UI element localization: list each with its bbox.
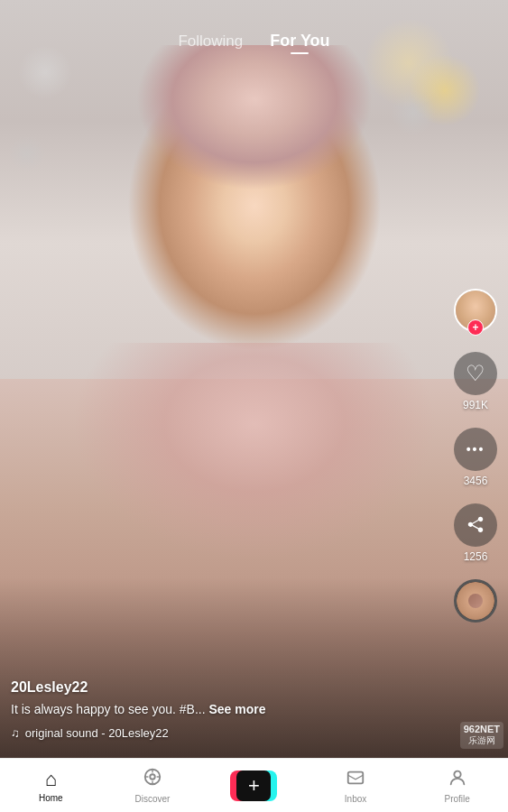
see-more-button[interactable]: See more xyxy=(208,702,265,716)
discover-label: Discover xyxy=(134,794,170,804)
like-button[interactable]: ♡ xyxy=(454,352,497,395)
watermark: 962NET 乐游网 xyxy=(460,722,503,749)
svg-point-1 xyxy=(150,774,155,780)
top-navigation: Following For You xyxy=(0,0,508,63)
comment-count: 3456 xyxy=(464,475,488,487)
nav-home[interactable]: ⌂ Home xyxy=(23,768,78,803)
creator-avatar-action: + xyxy=(454,289,497,336)
username: 20Lesley22 xyxy=(11,679,436,696)
profile-label: Profile xyxy=(444,794,469,804)
music-note-icon: ♫ xyxy=(11,726,20,740)
follow-badge[interactable]: + xyxy=(467,319,484,336)
disc-center xyxy=(468,594,483,608)
comment-action: ••• 3456 xyxy=(454,428,497,487)
bottom-navigation: ⌂ Home Discover + xyxy=(0,758,508,812)
home-icon: ⌂ xyxy=(45,768,57,791)
like-action: ♡ 991K xyxy=(454,352,497,411)
inbox-icon xyxy=(346,768,365,792)
watermark-line1: 962NET xyxy=(464,724,500,734)
comment-button[interactable]: ••• xyxy=(454,428,497,471)
watermark-line2: 乐游网 xyxy=(464,734,500,747)
music-name: original sound - 20Lesley22 xyxy=(25,726,169,740)
share-icon xyxy=(466,515,485,535)
share-action: 1256 xyxy=(454,503,497,563)
share-count: 1256 xyxy=(464,550,488,563)
svg-rect-6 xyxy=(348,771,364,783)
discover-icon xyxy=(143,767,162,792)
share-button[interactable] xyxy=(454,503,497,547)
comment-icon: ••• xyxy=(466,442,485,457)
nav-inbox[interactable]: Inbox xyxy=(328,768,383,804)
music-disc-action xyxy=(454,579,497,623)
video-info: 20Lesley22 It is always happy to see you… xyxy=(11,679,436,740)
music-disc[interactable] xyxy=(454,579,497,623)
tab-for-you[interactable]: For You xyxy=(270,32,329,54)
tab-following[interactable]: Following xyxy=(178,32,243,54)
create-button[interactable]: + xyxy=(230,770,277,801)
like-count: 991K xyxy=(463,399,488,411)
profile-icon xyxy=(448,768,467,792)
video-description: It is always happy to see you. #B... See… xyxy=(11,701,436,719)
nav-profile[interactable]: Profile xyxy=(430,768,485,804)
home-label: Home xyxy=(39,793,63,803)
inbox-label: Inbox xyxy=(345,794,366,804)
nav-discover[interactable]: Discover xyxy=(125,767,180,804)
avatar-container[interactable]: + xyxy=(454,289,497,332)
svg-point-7 xyxy=(454,770,460,777)
right-action-sidebar: + ♡ 991K ••• 3456 1256 xyxy=(454,289,497,623)
plus-icon: + xyxy=(248,776,260,796)
heart-icon: ♡ xyxy=(466,361,485,386)
music-info[interactable]: ♫ original sound - 20Lesley22 xyxy=(11,726,436,740)
nav-create[interactable]: + xyxy=(226,770,281,801)
